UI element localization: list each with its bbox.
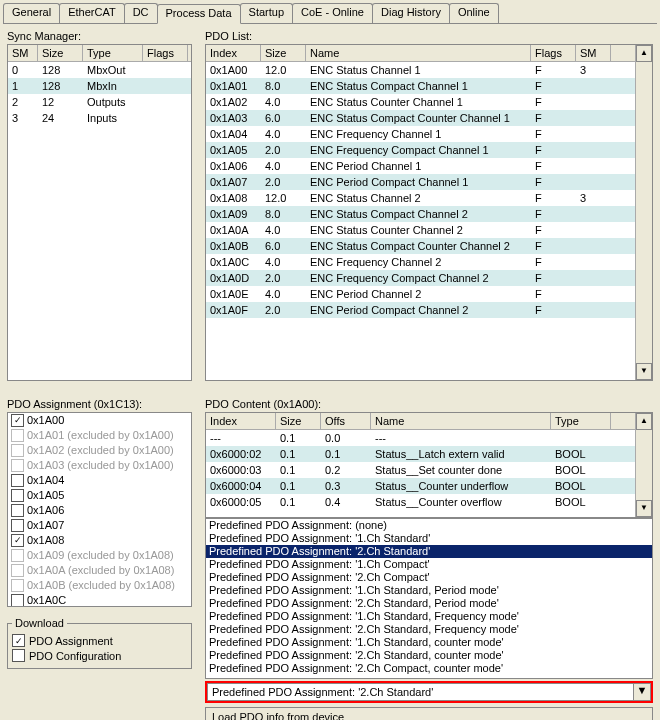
scroll-up-icon[interactable]: ▲ <box>636 413 652 430</box>
assignment-item[interactable]: ✓0x1A00 <box>8 413 191 428</box>
sync-row[interactable]: 324Inputs <box>8 110 191 126</box>
pdo-list-row[interactable]: 0x1A018.0ENC Status Compact Channel 1F <box>206 78 635 94</box>
pdo-content-row[interactable]: 0x6000:050.10.4Status__Counter overflowB… <box>206 494 635 510</box>
assignment-item: 0x1A09 (excluded by 0x1A08) <box>8 548 191 563</box>
pdo-content-row[interactable]: ---0.10.0--- <box>206 430 635 446</box>
assignment-item: 0x1A02 (excluded by 0x1A00) <box>8 443 191 458</box>
pdo-list-row[interactable]: 0x1A098.0ENC Status Compact Channel 2F <box>206 206 635 222</box>
pdo-content-table[interactable]: IndexSizeOffsNameType ---0.10.0---0x6000… <box>205 412 653 518</box>
pdo-content-row[interactable]: 0x6000:020.10.1Status__Latch extern vali… <box>206 446 635 462</box>
pdo-list-row[interactable]: 0x1A0E4.0ENC Period Channel 2F <box>206 286 635 302</box>
predefined-option[interactable]: Predefined PDO Assignment: '1.Ch Standar… <box>206 610 652 623</box>
predefined-assignment-dropdown-list[interactable]: Predefined PDO Assignment: (none)Predefi… <box>205 518 653 679</box>
pdo-content-row[interactable]: 0x6000:040.10.3Status__Counter underflow… <box>206 478 635 494</box>
predefined-option[interactable]: Predefined PDO Assignment: '1.Ch Compact… <box>206 558 652 571</box>
assignment-item: 0x1A01 (excluded by 0x1A00) <box>8 428 191 443</box>
predefined-option[interactable]: Predefined PDO Assignment: '2.Ch Compact… <box>206 571 652 584</box>
pdo-content-label: PDO Content (0x1A00): <box>205 398 653 410</box>
pdo-list-row[interactable]: 0x1A0012.0ENC Status Channel 1F3 <box>206 62 635 78</box>
sync-row[interactable]: 212Outputs <box>8 94 191 110</box>
tab-online[interactable]: Online <box>449 3 499 23</box>
predefined-option[interactable]: Predefined PDO Assignment: '2.Ch Standar… <box>206 623 652 636</box>
tab-ethercat[interactable]: EtherCAT <box>59 3 124 23</box>
scrollbar[interactable]: ▲ ▼ <box>635 45 652 380</box>
dropdown-icon[interactable]: ▼ <box>633 683 651 701</box>
assignment-item[interactable]: 0x1A04 <box>8 473 191 488</box>
pdo-list-row[interactable]: 0x1A0F2.0ENC Period Compact Channel 2F <box>206 302 635 318</box>
predefined-option[interactable]: Predefined PDO Assignment: (none) <box>206 519 652 532</box>
pdo-list-label: PDO List: <box>205 30 653 42</box>
pdo-list-row[interactable]: 0x1A052.0ENC Frequency Compact Channel 1… <box>206 142 635 158</box>
download-group-title: Download <box>12 617 67 629</box>
assignment-item[interactable]: 0x1A05 <box>8 488 191 503</box>
download-group: Download ✓PDO Assignment PDO Configurati… <box>7 623 192 669</box>
scrollbar[interactable]: ▲ ▼ <box>635 413 652 517</box>
pdo-list-row[interactable]: 0x1A0812.0ENC Status Channel 2F3 <box>206 190 635 206</box>
pdo-list-row[interactable]: 0x1A0D2.0ENC Frequency Compact Channel 2… <box>206 270 635 286</box>
assignment-item: 0x1A0A (excluded by 0x1A08) <box>8 563 191 578</box>
assignment-item: 0x1A0B (excluded by 0x1A08) <box>8 578 191 593</box>
load-pdo-button[interactable]: Load PDO info from device <box>205 707 653 720</box>
pdo-list-row[interactable]: 0x1A024.0ENC Status Counter Channel 1F <box>206 94 635 110</box>
predefined-assignment-value: Predefined PDO Assignment: '2.Ch Standar… <box>207 683 633 701</box>
pdo-list-row[interactable]: 0x1A072.0ENC Period Compact Channel 1F <box>206 174 635 190</box>
pdo-content-row[interactable]: 0x6000:030.10.2Status__Set counter doneB… <box>206 462 635 478</box>
pdo-assignment-list[interactable]: ✓0x1A000x1A01 (excluded by 0x1A00)0x1A02… <box>7 412 192 607</box>
tab-dc[interactable]: DC <box>124 3 158 23</box>
scroll-down-icon[interactable]: ▼ <box>636 363 652 380</box>
predefined-option[interactable]: Predefined PDO Assignment: '2.Ch Standar… <box>206 649 652 662</box>
scroll-up-icon[interactable]: ▲ <box>636 45 652 62</box>
pdo-list-row[interactable]: 0x1A0B6.0ENC Status Compact Counter Chan… <box>206 238 635 254</box>
scroll-down-icon[interactable]: ▼ <box>636 500 652 517</box>
tab-general[interactable]: General <box>3 3 60 23</box>
assignment-item[interactable]: 0x1A07 <box>8 518 191 533</box>
pdo-list-row[interactable]: 0x1A036.0ENC Status Compact Counter Chan… <box>206 110 635 126</box>
pdo-configuration-checkbox[interactable]: PDO Configuration <box>12 649 187 662</box>
pdo-assignment-label: PDO Assignment (0x1C13): <box>7 398 192 410</box>
sync-manager-label: Sync Manager: <box>7 30 192 42</box>
tab-diag-history[interactable]: Diag History <box>372 3 450 23</box>
sync-row[interactable]: 0128MbxOut <box>8 62 191 78</box>
assignment-item[interactable]: ✓0x1A08 <box>8 533 191 548</box>
sync-row[interactable]: 1128MbxIn <box>8 78 191 94</box>
predefined-option[interactable]: Predefined PDO Assignment: '2.Ch Compact… <box>206 662 652 675</box>
pdo-list-row[interactable]: 0x1A0C4.0ENC Frequency Channel 2F <box>206 254 635 270</box>
pdo-list-row[interactable]: 0x1A044.0ENC Frequency Channel 1F <box>206 126 635 142</box>
assignment-item: 0x1A03 (excluded by 0x1A00) <box>8 458 191 473</box>
pdo-list-row[interactable]: 0x1A064.0ENC Period Channel 1F <box>206 158 635 174</box>
predefined-assignment-combo[interactable]: Predefined PDO Assignment: '2.Ch Standar… <box>205 681 653 703</box>
assignment-item[interactable]: 0x1A06 <box>8 503 191 518</box>
predefined-option[interactable]: Predefined PDO Assignment: '2.Ch Standar… <box>206 545 652 558</box>
predefined-option[interactable]: Predefined PDO Assignment: '1.Ch Standar… <box>206 636 652 649</box>
pdo-assignment-checkbox[interactable]: ✓PDO Assignment <box>12 634 187 647</box>
predefined-option[interactable]: Predefined PDO Assignment: '2.Ch Standar… <box>206 597 652 610</box>
predefined-option[interactable]: Predefined PDO Assignment: '1.Ch Standar… <box>206 532 652 545</box>
predefined-option[interactable]: Predefined PDO Assignment: '1.Ch Standar… <box>206 584 652 597</box>
pdo-list-row[interactable]: 0x1A0A4.0ENC Status Counter Channel 2F <box>206 222 635 238</box>
sync-manager-table[interactable]: SMSizeTypeFlags 0128MbxOut1128MbxIn212Ou… <box>7 44 192 381</box>
tab-coe-online[interactable]: CoE - Online <box>292 3 373 23</box>
tab-process-data[interactable]: Process Data <box>157 4 241 24</box>
tab-startup[interactable]: Startup <box>240 3 293 23</box>
pdo-list-table[interactable]: IndexSizeNameFlagsSM 0x1A0012.0ENC Statu… <box>205 44 653 381</box>
assignment-item[interactable]: 0x1A0C <box>8 593 191 607</box>
